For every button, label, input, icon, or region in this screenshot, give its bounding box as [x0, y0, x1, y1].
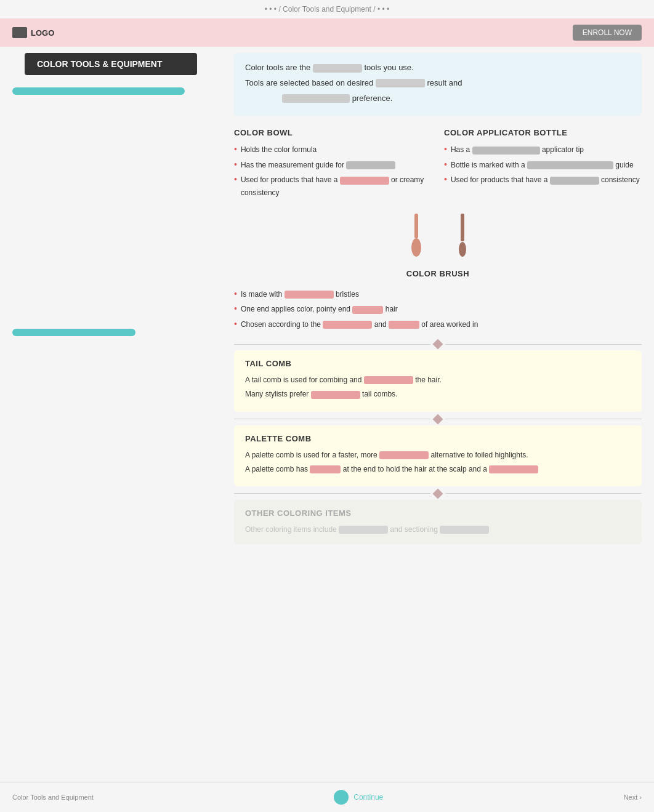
color-applicator-title: COLOR APPLICATOR BOTTLE — [444, 128, 642, 137]
divider-line — [234, 419, 430, 419]
header-left: LOGO — [12, 27, 54, 38]
intro-line3: preference. — [245, 92, 631, 105]
color-bowl-section: COLOR BOWL Holds the color formula Has t… — [234, 128, 432, 201]
list-item: Used for products that have a consistenc… — [444, 174, 642, 186]
locked-title: OTHER COLORING ITEMS — [245, 509, 631, 518]
svg-rect-2 — [461, 214, 464, 241]
continue-icon — [334, 790, 349, 805]
blurred-2 — [376, 79, 425, 87]
bottom-nav-center[interactable]: Continue — [334, 790, 383, 805]
progress-lower-spacer — [12, 329, 222, 336]
diamond-icon — [433, 414, 443, 424]
blurred-brush-3 — [323, 321, 372, 329]
brush-svg-right — [453, 214, 472, 257]
blurred-app-2 — [527, 161, 613, 169]
brush-images — [234, 214, 642, 257]
list-item: Bottle is marked with a guide — [444, 159, 642, 171]
color-applicator-section: COLOR APPLICATOR BOTTLE Has a applicator… — [444, 128, 642, 201]
main-content: COLOR TOOLS & EQUIPMENT Color tools are … — [0, 47, 654, 563]
svg-point-3 — [459, 242, 466, 257]
list-item: Chosen according to the and of area work… — [234, 318, 642, 331]
divider-line — [234, 344, 430, 345]
divider-line — [234, 493, 430, 494]
color-brush-list: Is made with bristles One end applies co… — [234, 288, 642, 331]
enroll-button[interactable]: ENROLL NOW — [573, 25, 642, 41]
blurred-brush-2 — [352, 306, 383, 314]
brush-svg-left — [404, 214, 429, 257]
svg-point-1 — [411, 238, 421, 257]
divider-3 — [234, 490, 642, 497]
list-item: Holds the color formula — [234, 143, 432, 156]
two-col-section: COLOR BOWL Holds the color formula Has t… — [234, 128, 642, 201]
palette-comb-title: PALETTE COMB — [245, 434, 631, 443]
right-content: Color tools are the tools you use. Tools… — [222, 53, 642, 557]
intro-line2: Tools are selected based on desired resu… — [245, 77, 631, 90]
palette-comb-text1: A palette comb is used for a faster, mor… — [245, 449, 631, 461]
diamond-icon — [433, 488, 443, 499]
blurred-bowl-1 — [346, 161, 395, 169]
color-brush-title: COLOR BRUSH — [234, 269, 642, 278]
tail-comb-section: TAIL COMB A tail comb is used for combin… — [234, 350, 642, 411]
header: LOGO ENROLL NOW — [0, 18, 654, 47]
list-item: Is made with bristles — [234, 288, 642, 300]
divider-1 — [234, 340, 642, 348]
blurred-brush-1 — [285, 291, 334, 299]
page-title: COLOR TOOLS & EQUIPMENT — [25, 53, 197, 75]
intro-line1: Color tools are the tools you use. — [245, 62, 631, 74]
blurred-palette-3 — [489, 465, 538, 473]
bottom-nav-right[interactable]: Next › — [624, 794, 642, 801]
list-item: Has a applicator tip — [444, 143, 642, 156]
blurred-app-3 — [550, 177, 599, 185]
bottom-nav-left: Color Tools and Equipment — [12, 794, 94, 801]
divider-2 — [234, 416, 642, 423]
divider-line — [445, 419, 642, 419]
tail-comb-text2: Many stylists prefer tail combs. — [245, 388, 631, 400]
svg-rect-0 — [414, 214, 418, 238]
palette-comb-text2: A palette comb has at the end to hold th… — [245, 464, 631, 475]
left-sidebar: COLOR TOOLS & EQUIPMENT — [12, 53, 222, 557]
locked-text: Other coloring items include and section… — [245, 524, 631, 536]
diamond-icon — [433, 339, 443, 350]
color-bowl-list: Holds the color formula Has the measurem… — [234, 143, 432, 199]
logo-text: LOGO — [31, 28, 54, 38]
blurred-palette-2 — [310, 465, 341, 473]
tail-comb-title: TAIL COMB — [245, 359, 631, 368]
blurred-brush-4 — [389, 321, 419, 329]
locked-section: OTHER COLORING ITEMS Other coloring item… — [234, 500, 642, 544]
palette-comb-section: PALETTE COMB A palette comb is used for … — [234, 425, 642, 486]
bottom-nav: Color Tools and Equipment Continue Next … — [0, 782, 654, 812]
progress-bar-top — [12, 87, 185, 95]
divider-line — [445, 344, 642, 345]
blurred-app-1 — [472, 147, 540, 155]
logo: LOGO — [12, 27, 54, 38]
blurred-1 — [313, 64, 362, 73]
intro-box: Color tools are the tools you use. Tools… — [234, 53, 642, 116]
blurred-locked-1 — [339, 526, 388, 534]
blurred-bowl-2 — [340, 177, 389, 185]
list-item: Has the measurement guide for — [234, 159, 432, 171]
brush-section: COLOR BRUSH — [234, 269, 642, 278]
color-applicator-list: Has a applicator tip Bottle is marked wi… — [444, 143, 642, 186]
blurred-palette-1 — [379, 451, 429, 459]
tail-comb-text1: A tail comb is used for combing and the … — [245, 374, 631, 386]
list-item: Used for products that have a or creamy … — [234, 174, 432, 199]
list-item: One end applies color, pointy end hair — [234, 303, 642, 315]
progress-bar-lower — [12, 329, 135, 336]
logo-icon — [12, 27, 27, 38]
divider-line — [445, 493, 642, 494]
blurred-3 — [282, 94, 350, 103]
blurred-tail-2 — [311, 391, 360, 399]
blurred-tail-1 — [364, 376, 413, 384]
blurred-locked-2 — [440, 526, 489, 534]
color-bowl-title: COLOR BOWL — [234, 128, 432, 137]
breadcrumb: • • • / Color Tools and Equipment / • • … — [0, 0, 654, 18]
progress-container — [12, 87, 222, 95]
